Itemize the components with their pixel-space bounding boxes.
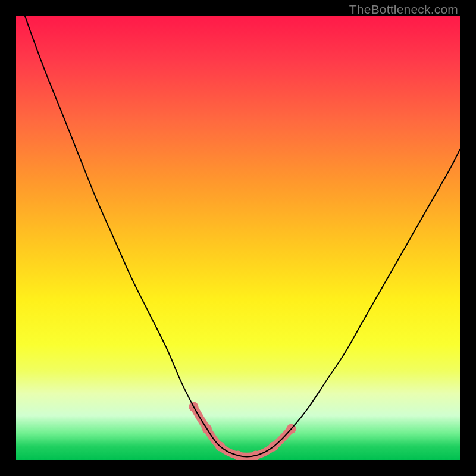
highlight-band	[189, 402, 296, 460]
bottleneck-chart	[16, 16, 460, 460]
bottleneck-curve	[25, 16, 460, 457]
watermark-text: TheBottleneck.com	[349, 2, 458, 17]
chart-svg	[16, 16, 460, 460]
